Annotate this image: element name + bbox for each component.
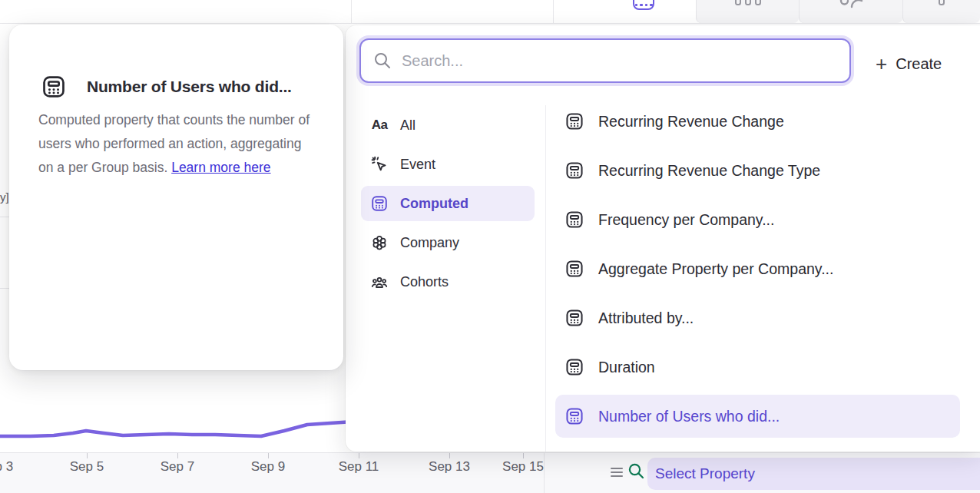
category-label: Event: [400, 157, 435, 173]
category-cohorts[interactable]: Cohorts: [361, 264, 535, 299]
calculator-icon: [41, 74, 67, 100]
calculator-icon: [564, 308, 584, 328]
property-picker-popover: + Create Aa All: [346, 25, 980, 452]
result-aggregate-property-per-company[interactable]: Aggregate Property per Company...: [555, 252, 960, 286]
drag-handle-icon[interactable]: [611, 466, 624, 478]
category-company[interactable]: Company: [361, 225, 535, 260]
create-button-label: Create: [896, 55, 942, 73]
result-number-of-users-who-did[interactable]: Number of Users who did...: [555, 395, 960, 438]
result-frequency-per-company[interactable]: Frequency per Company...: [555, 203, 960, 237]
axis-tick: [268, 453, 269, 458]
picker-search-box[interactable]: [359, 38, 851, 83]
picker-results-list: Recurring Revenue Change Recurring Reven…: [555, 104, 960, 433]
result-recurring-revenue-change-type[interactable]: Recurring Revenue Change Type: [555, 154, 960, 187]
axis-tick: [359, 453, 359, 458]
tab-computed[interactable]: [591, 0, 696, 23]
result-label: Aggregate Property per Company...: [598, 260, 833, 278]
calculator-icon: [564, 357, 584, 377]
calculator-icon: [370, 194, 389, 213]
create-button[interactable]: + Create: [876, 48, 942, 79]
result-label: Number of Users who did...: [598, 408, 780, 425]
category-label: All: [400, 117, 416, 134]
category-label: Cohorts: [400, 274, 449, 290]
card-header: Number of Users who did...: [41, 74, 292, 100]
select-property-field[interactable]: Select Property: [647, 458, 980, 490]
result-label: Frequency per Company...: [598, 211, 774, 229]
result-recurring-revenue-change[interactable]: Recurring Revenue Change: [555, 104, 960, 138]
calculator-icon: [564, 210, 584, 230]
x-axis-label: Sep 11: [324, 459, 393, 475]
calculator-icon: [633, 0, 654, 10]
axis-tick: [87, 453, 88, 458]
retention-curve-icon: [839, 0, 863, 9]
property-search-icon[interactable]: [627, 462, 645, 480]
calculator-icon: [564, 111, 584, 131]
category-label: Company: [400, 235, 459, 251]
top-toolbar: [0, 0, 980, 24]
category-event[interactable]: Event: [361, 147, 535, 182]
x-axis-label: Sep 15: [488, 459, 558, 475]
bottom-panel: Sep 3 Sep 5 Sep 7 Sep 9 Sep 11 Sep 13 Se…: [0, 452, 980, 493]
metric-line-chart: [0, 399, 353, 453]
x-axis-label: Sep 9: [233, 459, 303, 475]
tab-retention[interactable]: [799, 0, 902, 23]
axis-tick: [449, 453, 450, 458]
category-computed[interactable]: Computed: [361, 186, 535, 221]
card-description: Computed property that counts the number…: [38, 108, 319, 180]
company-icon: [370, 233, 389, 252]
tab-bar-chart[interactable]: [696, 0, 799, 23]
picker-category-list: Aa All Event: [361, 108, 535, 299]
funnel-icon: [939, 0, 945, 5]
search-input[interactable]: [402, 52, 837, 70]
aa-icon: Aa: [370, 116, 389, 134]
cohorts-icon: [370, 273, 389, 291]
calculator-icon: [564, 406, 584, 426]
select-property-label: Select Property: [655, 465, 755, 482]
plus-icon: +: [876, 54, 887, 74]
x-axis-label: Sep 13: [415, 459, 484, 475]
result-label: Attributed by...: [598, 309, 694, 327]
result-label: Recurring Revenue Change: [598, 113, 784, 131]
x-axis-label: Sep 7: [143, 459, 212, 475]
app-screen: y] Sep 3 Sep 5: [0, 0, 980, 493]
chart-line: [0, 422, 353, 436]
category-label: Computed: [400, 196, 468, 212]
cursor-click-icon: [370, 155, 389, 174]
result-duration[interactable]: Duration: [555, 350, 960, 384]
x-axis-label: Sep 3: [0, 459, 31, 475]
panel-divider: [544, 453, 545, 493]
clipped-background-text: y]: [0, 190, 9, 203]
x-axis-label: Sep 5: [52, 459, 121, 475]
tab-funnel[interactable]: [902, 0, 980, 23]
property-description-card: Number of Users who did... Computed prop…: [9, 25, 343, 370]
result-label: Duration: [598, 359, 655, 376]
axis-tick: [177, 453, 178, 458]
result-label: Recurring Revenue Change Type: [598, 162, 820, 180]
result-attributed-by[interactable]: Attributed by...: [555, 301, 960, 335]
search-icon: [373, 51, 392, 70]
axis-tick: [523, 453, 524, 458]
toolbar-divider: [351, 0, 352, 23]
category-all[interactable]: Aa All: [361, 108, 535, 143]
picker-column-divider: [545, 105, 546, 452]
calculator-icon: [564, 160, 584, 180]
calculator-icon: [564, 259, 584, 279]
bar-chart-icon: [735, 0, 761, 5]
learn-more-link[interactable]: Learn more here: [171, 160, 270, 175]
toolbar-divider: [553, 0, 554, 23]
card-title: Number of Users who did...: [87, 78, 292, 96]
